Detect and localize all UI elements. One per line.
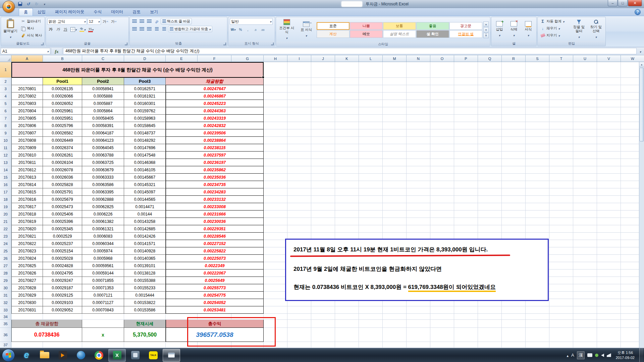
format-cells-button[interactable]: 서식	[522, 18, 535, 41]
empty-cell[interactable]	[82, 342, 124, 348]
pool2-value-cell[interactable]: 0.00063725	[82, 159, 124, 166]
empty-cells[interactable]	[264, 328, 644, 342]
sum-value-cell[interactable]: 0.00238864	[166, 137, 264, 144]
sum-value-cell[interactable]: 0.00239506	[166, 129, 264, 137]
empty-cells[interactable]	[264, 210, 644, 218]
taskbar-explorer-button[interactable]	[36, 349, 53, 362]
pool1-value-cell[interactable]: 0.00026078	[43, 166, 82, 174]
conditional-formatting-button[interactable]: 조건부 서식	[277, 18, 296, 42]
date-cell[interactable]: 20170828	[11, 284, 43, 292]
font-size-select[interactable]: 12	[88, 18, 101, 25]
row-header-20[interactable]: 20	[0, 210, 11, 218]
pool1-value-cell[interactable]: 0.00029125	[43, 292, 82, 299]
pool2-value-cell[interactable]: 0.0006226	[82, 210, 124, 218]
pool2-value-cell[interactable]: 0.00058941	[82, 85, 124, 93]
align-middle-button[interactable]	[139, 18, 145, 24]
pool2-value-cell[interactable]: 0.0005888	[82, 93, 124, 100]
close-button[interactable]: ✕	[628, 0, 642, 6]
tab-검토[interactable]: 검토	[128, 8, 145, 16]
pool2-value-cell[interactable]: 0.00058405	[82, 115, 124, 122]
ime-hanja-indicator[interactable]: 漢	[577, 351, 585, 359]
row-header-15[interactable]: 15	[0, 174, 11, 181]
increase-indent-button[interactable]	[161, 26, 167, 32]
taskbar-kakaotalk-button[interactable]	[145, 349, 162, 362]
italic-button[interactable]	[55, 26, 61, 33]
hidden-icons-chevron[interactable]	[567, 352, 569, 358]
shrink-font-button[interactable]	[110, 18, 118, 25]
show-desktop-button[interactable]	[639, 348, 643, 362]
sum-value-cell[interactable]: 0.00234735	[166, 181, 264, 188]
qat-customize-button[interactable]	[41, 1, 48, 7]
pool2-value-cell[interactable]: 0.00071353	[82, 284, 124, 292]
pool2-value-cell[interactable]: 0.00063679	[82, 166, 124, 174]
date-cell[interactable]: 20170803	[11, 100, 43, 107]
row-header-26[interactable]: 26	[0, 255, 11, 262]
column-header-I[interactable]: I	[287, 55, 311, 62]
minimize-button[interactable]: –	[608, 0, 618, 6]
column-header-T[interactable]: T	[549, 55, 573, 62]
pool1-value-cell[interactable]: 0.00025028	[43, 255, 82, 262]
pool1-header-cell[interactable]: Pool1	[43, 78, 82, 85]
fill-handle[interactable]	[262, 76, 264, 78]
align-right-button[interactable]	[146, 26, 153, 32]
pool1-value-cell[interactable]: 0.00025396	[43, 218, 82, 225]
empty-cells[interactable]	[264, 225, 644, 233]
pool1-value-cell[interactable]: 0.00025828	[43, 181, 82, 188]
pool2-value-cell[interactable]: 0.00061382	[82, 218, 124, 225]
style-chip-경고문[interactable]: 경고문	[449, 22, 482, 30]
sum-value-cell[interactable]: 0.00233008	[166, 203, 264, 210]
empty-cell[interactable]	[43, 342, 82, 348]
currency-format-button[interactable]	[230, 26, 236, 33]
decrease-indent-button[interactable]	[153, 26, 160, 32]
pool2-value-cell[interactable]: 0.0005887	[82, 100, 124, 107]
row-header-32[interactable]: 32	[0, 299, 11, 306]
align-bottom-button[interactable]	[146, 18, 153, 24]
pool2-value-cell[interactable]: 0.00064045	[82, 144, 124, 152]
style-chip-좋음[interactable]: 좋음	[416, 22, 449, 30]
date-cell[interactable]: 20170804	[11, 107, 43, 115]
pool2-value-cell[interactable]: 0.00062825	[82, 203, 124, 210]
row-header-12[interactable]: 12	[0, 152, 11, 159]
pool2-value-cell[interactable]: 0.0007121	[82, 292, 124, 299]
office-button[interactable]	[3, 1, 15, 13]
pool1-value-cell[interactable]: 0.00024795	[43, 269, 82, 277]
sum-value-cell[interactable]: 0.00253481	[166, 306, 264, 314]
tab-삽입[interactable]: 삽입	[33, 8, 50, 16]
pool1-value-cell[interactable]: 0.00026135	[43, 85, 82, 93]
row-header-4[interactable]: 4	[0, 93, 11, 100]
pool1-value-cell[interactable]: 0.00026104	[43, 159, 82, 166]
row-header-35[interactable]: 35	[0, 320, 11, 328]
pool3-value-cell[interactable]: 0.00148292	[124, 137, 166, 144]
pool3-value-cell[interactable]: 0.00144	[124, 210, 166, 218]
gallery-more-button[interactable]	[483, 33, 489, 38]
find-select-button[interactable]: 찾기 및 선택	[588, 18, 604, 41]
sum-value-cell[interactable]: 0.00231666	[166, 210, 264, 218]
pool2-value-cell[interactable]: 0.00058391	[82, 122, 124, 129]
pool1-value-cell[interactable]: 0.00025679	[43, 196, 82, 203]
pool1-value-cell[interactable]: 0.00029052	[43, 306, 82, 314]
formula-bar-expand-button[interactable]	[637, 48, 643, 54]
row-header-27[interactable]: 27	[0, 262, 11, 269]
date-cell[interactable]: 20170813	[11, 174, 43, 181]
date-cell[interactable]: 20170811	[11, 159, 43, 166]
merge-center-button[interactable]: 병합하고 가운데 맞춤	[168, 26, 212, 32]
empty-cells[interactable]	[264, 100, 644, 107]
row-header-36[interactable]: 36	[0, 328, 11, 342]
column-header-P[interactable]: P	[454, 55, 478, 62]
row-header-14[interactable]: 14	[0, 166, 11, 174]
pool3-value-cell[interactable]: 0.00153586	[124, 306, 166, 314]
ime-a-indicator[interactable]: A	[571, 353, 574, 358]
date-cell[interactable]: 20170822	[11, 240, 43, 247]
column-header-A[interactable]: A	[11, 55, 43, 62]
date-cell[interactable]: 20170802	[11, 93, 43, 100]
column-header-U[interactable]: U	[573, 55, 597, 62]
date-cell[interactable]: 20170820	[11, 225, 43, 233]
taskbar-gray-app-button[interactable]	[126, 349, 144, 362]
pool3-value-cell[interactable]: 0.00155233	[124, 284, 166, 292]
pool2-value-cell[interactable]: 0.0005968	[82, 255, 124, 262]
sum-value-cell[interactable]: 0.00234283	[166, 188, 264, 196]
sum-value-cell[interactable]: 0.00238115	[166, 144, 264, 152]
taskbar-chrome-button[interactable]	[90, 349, 108, 362]
date-cell[interactable]: 20170829	[11, 292, 43, 299]
date-cell[interactable]: 20170801	[11, 85, 43, 93]
